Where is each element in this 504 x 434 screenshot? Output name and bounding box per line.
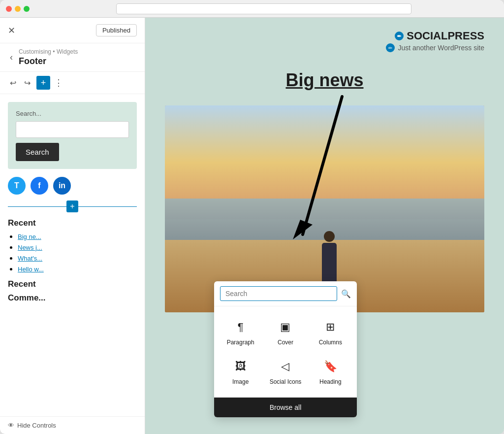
image-label: Image bbox=[232, 378, 249, 385]
panel-content: Search... Search T f in + Recent bbox=[0, 94, 145, 416]
list-item: Big ne... bbox=[18, 232, 137, 241]
person-body bbox=[322, 243, 337, 282]
block-columns[interactable]: ⊞ Columns bbox=[308, 312, 353, 352]
panel-toolbar: ↩ ↪ + ⋮ bbox=[0, 72, 145, 94]
big-news-heading: Big news bbox=[145, 60, 504, 105]
preview-header: ✏ SOCIALPRESS ✏ Just another WordPress s… bbox=[145, 18, 504, 60]
breadcrumb: Customising • Widgets bbox=[19, 48, 78, 55]
post-link-4[interactable]: Hello w... bbox=[18, 266, 44, 273]
recent-comments-title: Recent bbox=[8, 279, 137, 289]
preview-area: ✏ SOCIALPRESS ✏ Just another WordPress s… bbox=[145, 18, 504, 434]
block-heading[interactable]: 🔖 Heading bbox=[308, 352, 353, 391]
cover-icon: ▣ bbox=[277, 318, 294, 336]
search-widget: Search... Search bbox=[8, 102, 137, 169]
block-paragraph[interactable]: ¶ Paragraph bbox=[218, 312, 263, 352]
linkedin-icon[interactable]: in bbox=[53, 177, 71, 195]
published-button[interactable]: Published bbox=[96, 24, 137, 36]
recent-comments-subtitle: Comme... bbox=[8, 293, 137, 303]
recent-posts-title: Recent bbox=[8, 218, 137, 228]
hero-person bbox=[318, 231, 341, 285]
left-panel: ✕ Published ‹ Customising • Widgets Foot… bbox=[0, 18, 145, 434]
paragraph-label: Paragraph bbox=[227, 339, 254, 346]
image-icon: 🖼 bbox=[232, 358, 250, 375]
add-block-bar: + bbox=[8, 200, 137, 212]
eye-icon: 👁 bbox=[8, 422, 14, 429]
close-panel-icon[interactable]: ✕ bbox=[8, 25, 15, 36]
recent-posts-widget: Recent Big ne... News j... What's... Hel… bbox=[8, 218, 137, 273]
url-bar[interactable] bbox=[116, 3, 411, 14]
person-head bbox=[324, 231, 335, 242]
social-icons-label: Social Icons bbox=[270, 378, 302, 385]
post-link-1[interactable]: Big ne... bbox=[18, 233, 41, 240]
maximize-button[interactable] bbox=[24, 6, 30, 12]
list-item: Hello w... bbox=[18, 265, 137, 273]
site-tagline: ✏ Just another WordPress site bbox=[165, 43, 484, 52]
post-link-2[interactable]: News j... bbox=[18, 244, 42, 251]
columns-label: Columns bbox=[319, 339, 342, 346]
block-image[interactable]: 🖼 Image bbox=[218, 352, 263, 391]
titlebar bbox=[0, 0, 504, 18]
facebook-icon[interactable]: f bbox=[31, 177, 48, 195]
block-social-icons[interactable]: ◁ Social Icons bbox=[263, 352, 308, 391]
columns-icon: ⊞ bbox=[321, 318, 339, 336]
back-button[interactable]: ‹ bbox=[8, 50, 15, 65]
site-tagline-text: Just another WordPress site bbox=[398, 44, 484, 52]
heading-icon: 🔖 bbox=[321, 358, 339, 375]
search-widget-submit[interactable]: Search bbox=[16, 143, 59, 161]
undo-button[interactable]: ↩ bbox=[8, 76, 18, 90]
picker-blocks-grid: ¶ Paragraph ▣ Cover ⊞ Columns 🖼 Image bbox=[214, 306, 357, 397]
heading-label: Heading bbox=[319, 378, 342, 385]
wp-logo-icon: ✏ bbox=[395, 32, 404, 40]
block-picker-popup: 🔍 ¶ Paragraph ▣ Cover ⊞ Columns bbox=[214, 281, 357, 417]
hide-controls-bar[interactable]: 👁 Hide Controls bbox=[0, 416, 145, 434]
post-link-3[interactable]: What's... bbox=[18, 255, 42, 262]
paragraph-icon: ¶ bbox=[232, 318, 250, 336]
panel-title: Footer bbox=[19, 56, 78, 67]
add-block-button[interactable]: + bbox=[36, 76, 50, 90]
hide-controls-label: Hide Controls bbox=[17, 422, 56, 429]
search-widget-label: Search... bbox=[16, 110, 129, 117]
block-cover[interactable]: ▣ Cover bbox=[263, 312, 308, 352]
search-widget-input[interactable] bbox=[16, 121, 129, 138]
more-options-button[interactable]: ⋮ bbox=[54, 77, 63, 88]
twitter-icon[interactable]: T bbox=[8, 177, 26, 195]
browse-all-button[interactable]: Browse all bbox=[214, 397, 357, 417]
panel-header: ✕ Published bbox=[0, 18, 145, 43]
panel-title-section: ‹ Customising • Widgets Footer bbox=[0, 43, 145, 72]
redo-button[interactable]: ↪ bbox=[22, 76, 32, 90]
site-name-text: SOCIALPRESS bbox=[407, 30, 484, 42]
close-button[interactable] bbox=[6, 6, 12, 12]
social-icons-icon: ◁ bbox=[277, 358, 294, 375]
add-widget-plus-button[interactable]: + bbox=[66, 200, 78, 212]
titlebar-buttons bbox=[6, 6, 30, 12]
minimize-button[interactable] bbox=[15, 6, 21, 12]
url-bar-container bbox=[30, 3, 498, 14]
block-search-input[interactable] bbox=[220, 286, 337, 301]
site-name: ✏ SOCIALPRESS bbox=[165, 30, 484, 42]
picker-search-row: 🔍 bbox=[214, 281, 357, 306]
list-item: News j... bbox=[18, 243, 137, 252]
cover-label: Cover bbox=[278, 339, 293, 346]
list-item: What's... bbox=[18, 254, 137, 263]
search-icon: 🔍 bbox=[341, 289, 351, 299]
recent-comments-section: Recent Comme... bbox=[8, 279, 137, 303]
main-layout: ✕ Published ‹ Customising • Widgets Foot… bbox=[0, 18, 504, 434]
social-icons-row: T f in bbox=[8, 177, 137, 195]
wp-logo-icon-2: ✏ bbox=[386, 43, 395, 52]
recent-posts-list: Big ne... News j... What's... Hello w... bbox=[8, 232, 137, 273]
